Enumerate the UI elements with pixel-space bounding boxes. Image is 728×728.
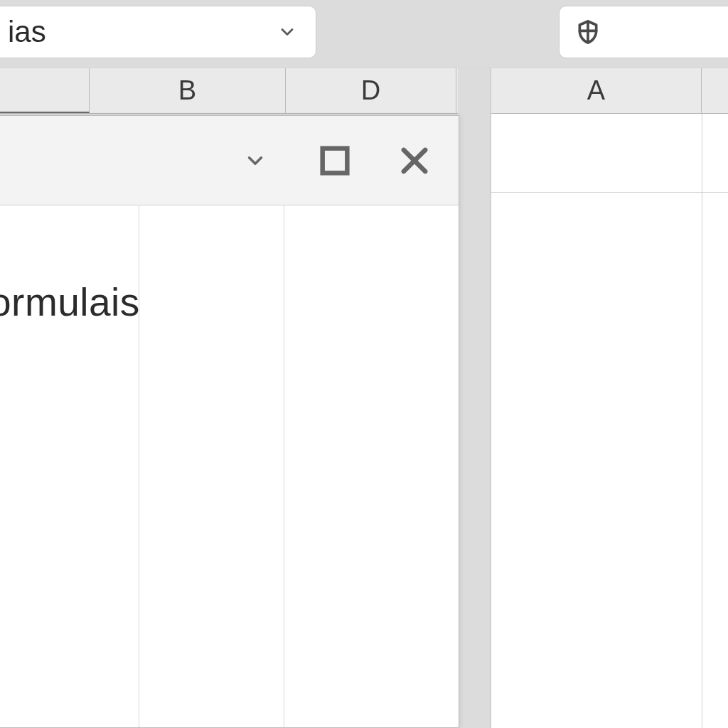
spreadsheet-right[interactable]: A	[491, 68, 728, 728]
cell-grid[interactable]	[491, 114, 728, 728]
dialog-heading: ormulais	[0, 279, 140, 325]
chevron-down-icon	[277, 22, 297, 42]
column-header-row: B D	[0, 68, 458, 114]
maximize-button[interactable]	[316, 142, 353, 179]
dialog-body: ormulais	[0, 205, 459, 727]
column-divider	[702, 114, 702, 728]
style-dropdown[interactable]	[559, 6, 728, 58]
minimize-button[interactable]	[237, 142, 274, 179]
column-header-a[interactable]: A	[491, 68, 702, 113]
font-dropdown-label: ias	[8, 15, 277, 49]
svg-rect-2	[323, 148, 348, 173]
column-header-d[interactable]: D	[286, 68, 456, 113]
shield-icon	[574, 18, 602, 46]
dialog-window: ormulais	[0, 115, 459, 728]
dialog-titlebar[interactable]	[0, 116, 459, 205]
column-divider	[284, 205, 284, 727]
column-header-row: A	[491, 68, 728, 114]
column-header-b[interactable]: B	[90, 68, 286, 113]
row-divider	[491, 192, 728, 193]
toolbar: ias	[0, 0, 728, 68]
close-button[interactable]	[396, 142, 433, 179]
font-dropdown[interactable]: ias	[0, 6, 316, 58]
column-header-b[interactable]	[702, 68, 728, 113]
column-header-a[interactable]	[0, 68, 90, 113]
window-gap	[458, 68, 491, 728]
